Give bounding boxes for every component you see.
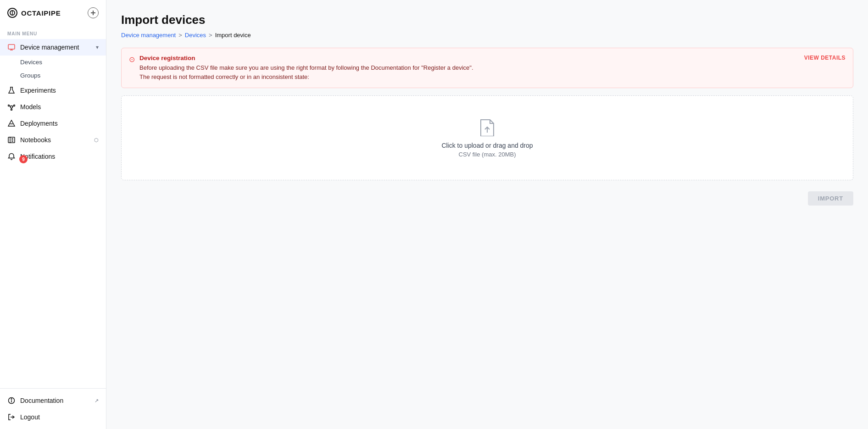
sidebar: OCTAIPIPE MAIN MENU Device management ▾ … — [0, 0, 106, 429]
alert-message: Before uploading the CSV file make sure … — [139, 63, 800, 81]
experiments-label: Experiments — [20, 87, 56, 94]
monitor-icon — [7, 43, 16, 51]
svg-rect-4 — [8, 45, 15, 49]
svg-marker-14 — [8, 120, 15, 126]
svg-point-22 — [11, 399, 12, 400]
device-management-label: Device management — [20, 44, 79, 51]
external-link-icon: ⬡ — [94, 137, 99, 143]
notebooks-icon — [7, 136, 16, 144]
breadcrumb-devices[interactable]: Devices — [185, 32, 206, 39]
app-name: OCTAIPIPE — [21, 9, 61, 17]
main-content: Import devices Device management > Devic… — [106, 0, 868, 429]
breadcrumb-current: Import device — [215, 32, 251, 39]
svg-point-8 — [8, 105, 10, 106]
upload-zone[interactable]: Click to upload or drag and drop CSV fil… — [121, 95, 853, 180]
sidebar-item-deployments[interactable]: Deployments — [0, 115, 106, 132]
chevron-down-icon: ▾ — [96, 44, 99, 50]
import-button[interactable]: IMPORT — [808, 191, 853, 206]
add-button[interactable] — [88, 7, 99, 18]
models-label: Models — [20, 103, 41, 111]
upload-hint: CSV file (max. 20MB) — [459, 151, 516, 158]
main-menu-label: MAIN MENU — [0, 26, 106, 39]
notification-badge: 9 — [19, 155, 28, 163]
svg-point-10 — [11, 109, 12, 111]
logout-icon — [7, 413, 16, 421]
documentation-label: Documentation — [20, 397, 63, 404]
deployments-label: Deployments — [20, 120, 58, 127]
svg-point-9 — [14, 105, 15, 106]
svg-point-7 — [11, 106, 13, 108]
sidebar-bottom: Documentation ↗ Logout — [0, 388, 106, 429]
logo-icon — [7, 8, 17, 18]
breadcrumb: Device management > Devices > Import dev… — [121, 32, 853, 39]
external-link-doc-icon: ↗ — [95, 398, 99, 404]
breadcrumb-sep-1: > — [178, 32, 182, 39]
logout-label: Logout — [20, 413, 40, 421]
alert-content: Device registration Before uploading the… — [139, 55, 800, 81]
sidebar-sub-item-groups[interactable]: Groups — [0, 69, 106, 82]
bell-icon: 9 — [7, 152, 16, 161]
upload-label: Click to upload or drag and drop — [441, 142, 533, 149]
alert-title: Device registration — [139, 55, 800, 61]
sidebar-item-logout[interactable]: Logout — [0, 409, 106, 425]
models-icon — [7, 103, 16, 111]
breadcrumb-device-management[interactable]: Device management — [121, 32, 176, 39]
flask-icon — [7, 86, 16, 95]
file-upload-icon — [479, 118, 495, 136]
page-title: Import devices — [121, 13, 853, 27]
logo-area: OCTAIPIPE — [0, 0, 106, 26]
doc-icon — [7, 396, 16, 405]
sidebar-sub-item-devices[interactable]: Devices — [0, 56, 106, 69]
sidebar-item-notebooks[interactable]: Notebooks ⬡ — [0, 132, 106, 148]
breadcrumb-sep-2: > — [209, 32, 212, 39]
sidebar-item-models[interactable]: Models — [0, 99, 106, 115]
sidebar-item-documentation[interactable]: Documentation ↗ — [0, 392, 106, 409]
sidebar-item-notifications[interactable]: 9 Notifications — [0, 148, 106, 165]
sidebar-item-device-management[interactable]: Device management ▾ — [0, 39, 106, 56]
import-row: IMPORT — [121, 191, 853, 206]
notebooks-label: Notebooks — [20, 136, 51, 144]
alert-banner: ⊙ Device registration Before uploading t… — [121, 48, 853, 88]
sidebar-item-experiments[interactable]: Experiments — [0, 82, 106, 99]
deployments-icon — [7, 119, 16, 128]
alert-view-details-button[interactable]: VIEW DETAILS — [804, 55, 846, 61]
alert-icon: ⊙ — [129, 55, 135, 64]
